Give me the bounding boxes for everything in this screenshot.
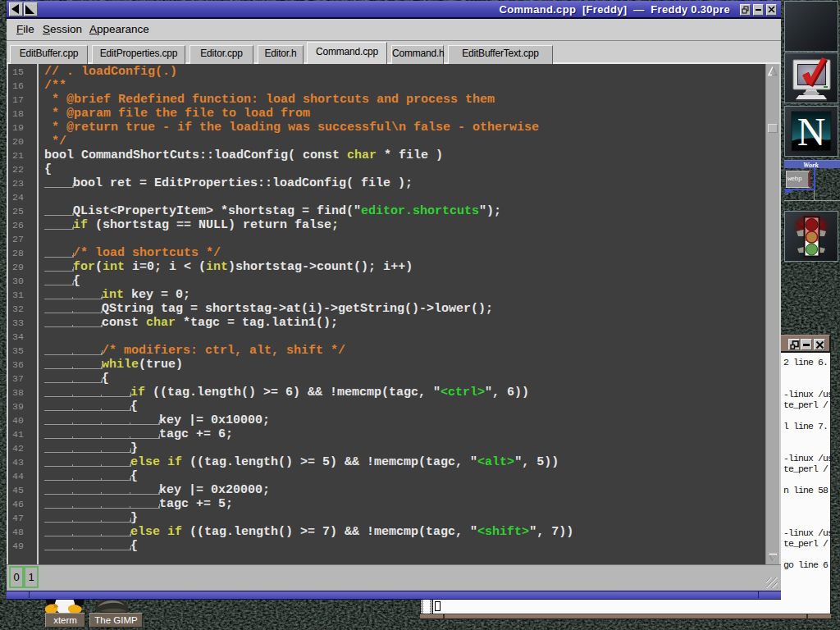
svg-text:N: N [797, 110, 826, 153]
